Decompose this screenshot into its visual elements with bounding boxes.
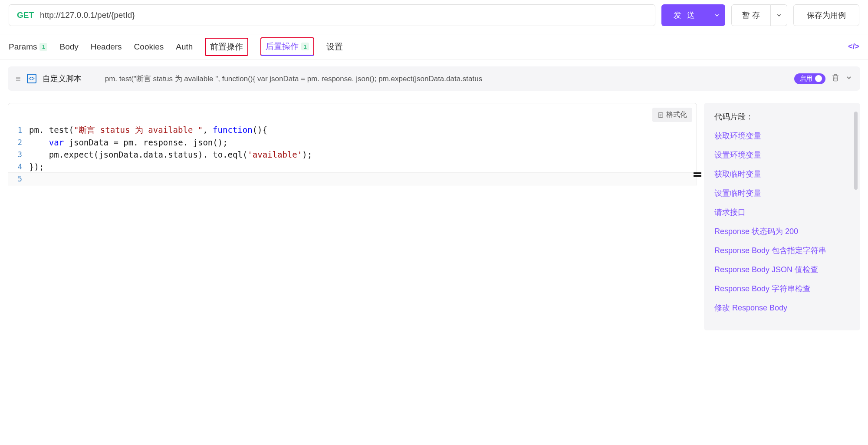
line-number: 5 (8, 175, 29, 183)
chevron-down-icon (714, 12, 720, 18)
request-toolbar: GET http://127.0.0.1/pet/{petId} 发 送 暂 存… (0, 0, 868, 34)
scrollbar[interactable] (854, 112, 858, 190)
code-line[interactable]: 2 var jsonData = pm. response. json(); (8, 136, 697, 148)
snippet-item[interactable]: 设置环境变量 (714, 150, 850, 160)
code-editor[interactable]: 格式化 1pm. test("断言 status 为 available ", … (8, 103, 697, 185)
code-view-toggle[interactable]: </> (848, 42, 859, 51)
request-url[interactable]: http://127.0.0.1/pet/{petId} (40, 10, 135, 20)
tab-cookies[interactable]: Cookies (134, 34, 164, 59)
script-preview: pm. test("断言 status 为 available ", funct… (105, 74, 788, 84)
line-content[interactable]: pm.expect(jsonData.data.status). to.eql(… (29, 150, 697, 159)
tab-body[interactable]: Body (59, 34, 78, 59)
snippet-item[interactable]: 修改 Response Body (714, 303, 850, 313)
format-icon (658, 112, 664, 118)
tab-label: 后置操作 (266, 41, 299, 52)
script-header: ≡ <> 自定义脚本 pm. test("断言 status 为 availab… (8, 66, 860, 91)
save-draft-button[interactable]: 暂 存 (731, 4, 771, 26)
send-button[interactable]: 发 送 (661, 4, 709, 26)
url-bar[interactable]: GET http://127.0.0.1/pet/{petId} (9, 4, 655, 26)
tab-auth[interactable]: Auth (176, 34, 193, 59)
tab-headers[interactable]: Headers (91, 34, 122, 59)
tab-settings[interactable]: 设置 (326, 34, 343, 59)
snippet-item[interactable]: 获取临时变量 (714, 169, 850, 179)
line-content[interactable]: }); (29, 162, 697, 171)
line-number: 3 (8, 150, 29, 159)
enable-toggle[interactable]: 启用 (794, 73, 825, 84)
send-dropdown[interactable] (709, 4, 725, 26)
snippet-item[interactable]: Response Body 包含指定字符串 (714, 245, 850, 256)
snippets-title: 代码片段： (714, 112, 850, 122)
resize-handle[interactable] (694, 172, 701, 174)
code-line[interactable]: 1pm. test("断言 status 为 available ", func… (8, 124, 697, 136)
save-as-case-button[interactable]: 保存为用例 (793, 4, 859, 26)
save-draft-dropdown[interactable] (771, 4, 787, 26)
code-lines[interactable]: 1pm. test("断言 status 为 available ", func… (8, 103, 697, 185)
line-number: 4 (8, 162, 29, 171)
snippet-item[interactable]: 请求接口 (714, 207, 850, 218)
toggle-knob (815, 75, 822, 82)
drag-handle-icon[interactable]: ≡ (16, 74, 21, 84)
snippet-item[interactable]: Response Body JSON 值检查 (714, 264, 850, 275)
editor-row: 格式化 1pm. test("断言 status 为 available ", … (8, 103, 860, 330)
delete-icon[interactable] (832, 74, 839, 84)
save-draft-group: 暂 存 (731, 4, 787, 26)
post-request-badge: 1 (301, 43, 309, 50)
params-badge: 1 (39, 43, 47, 51)
toggle-label: 启用 (799, 75, 812, 83)
http-method[interactable]: GET (17, 10, 34, 20)
collapse-icon[interactable] (845, 74, 852, 83)
snippet-item[interactable]: Response 状态码为 200 (714, 226, 850, 237)
chevron-down-icon (776, 12, 782, 18)
send-button-group: 发 送 (661, 4, 725, 26)
snippet-item[interactable]: Response Body 字符串检查 (714, 283, 850, 294)
tab-post-request[interactable]: 后置操作 1 (260, 37, 314, 56)
post-request-panel: ≡ <> 自定义脚本 pm. test("断言 status 为 availab… (0, 59, 868, 337)
tab-label: Params (9, 42, 37, 52)
snippet-item[interactable]: 获取环境变量 (714, 131, 850, 141)
tab-params[interactable]: Params 1 (9, 34, 47, 59)
format-button[interactable]: 格式化 (652, 108, 692, 122)
line-number: 1 (8, 126, 29, 135)
snippets-panel: 代码片段： 获取环境变量设置环境变量获取临时变量设置临时变量请求接口Respon… (704, 103, 860, 330)
tab-pre-request[interactable]: 前置操作 (205, 38, 248, 56)
script-file-icon: <> (27, 74, 36, 83)
request-tabs: Params 1 Body Headers Cookies Auth 前置操作 … (0, 34, 868, 59)
code-line[interactable]: 5 (8, 173, 697, 185)
line-number: 2 (8, 138, 29, 147)
code-line[interactable]: 3 pm.expect(jsonData.data.status). to.eq… (8, 148, 697, 161)
line-content[interactable]: var jsonData = pm. response. json(); (29, 138, 697, 147)
script-title: 自定义脚本 (43, 73, 82, 84)
line-content[interactable]: pm. test("断言 status 为 available ", funct… (29, 125, 697, 136)
code-line[interactable]: 4}); (8, 161, 697, 173)
snippet-item[interactable]: 设置临时变量 (714, 188, 850, 198)
